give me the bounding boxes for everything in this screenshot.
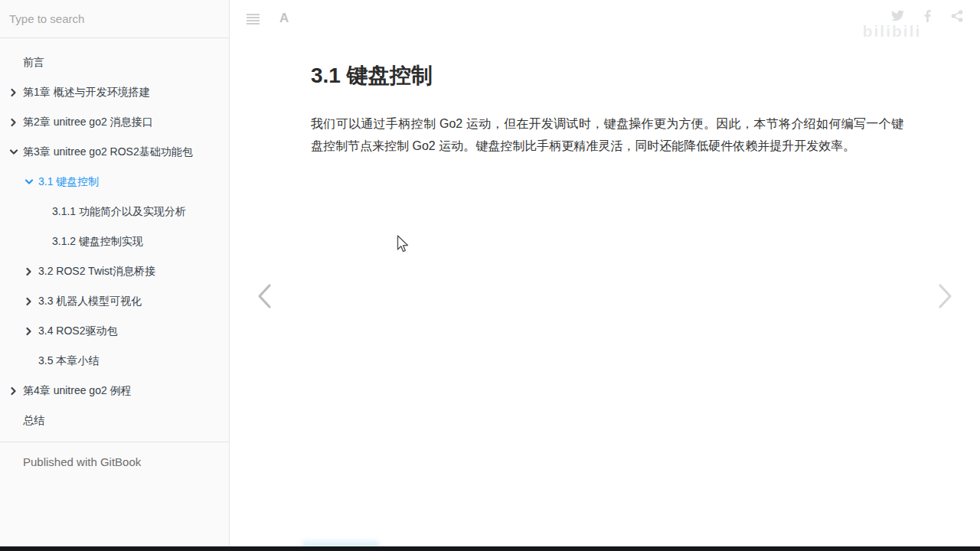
gitbook-page: 前言第1章 概述与开发环境搭建第2章 unitree go2 消息接口第3章 u… — [0, 0, 980, 551]
sidebar-item-label: 第4章 unitree go2 例程 — [23, 384, 132, 398]
toolbar: A — [230, 0, 980, 38]
sidebar-item[interactable]: 第3章 unitree go2 ROS2基础功能包 — [0, 137, 229, 167]
facebook-icon[interactable] — [924, 10, 931, 22]
sidebar-item[interactable]: 前言 — [0, 47, 229, 77]
sidebar-item[interactable]: 第1章 概述与开发环境搭建 — [0, 77, 229, 107]
sidebar-item[interactable]: 3.5 本章小结 — [0, 346, 229, 376]
sidebar-item[interactable]: 3.4 ROS2驱动包 — [0, 316, 229, 346]
sidebar-item[interactable]: 3.1.2 键盘控制实现 — [0, 227, 229, 256]
sidebar-item-label: 第2章 unitree go2 消息接口 — [23, 116, 153, 129]
sidebar-item-label: 3.5 本章小结 — [38, 354, 99, 368]
sidebar-nav: 前言第1章 概述与开发环境搭建第2章 unitree go2 消息接口第3章 u… — [0, 38, 229, 435]
chevron-down-icon[interactable] — [24, 178, 34, 187]
sidebar-item[interactable]: 3.3 机器人模型可视化 — [0, 286, 229, 316]
sidebar: 前言第1章 概述与开发环境搭建第2章 unitree go2 消息接口第3章 u… — [0, 0, 230, 546]
sidebar-item[interactable]: 3.2 ROS2 Twist消息桥接 — [0, 256, 229, 286]
sidebar-item[interactable]: 第2章 unitree go2 消息接口 — [0, 107, 229, 137]
sidebar-item-label: 第1章 概述与开发环境搭建 — [23, 86, 150, 99]
main-content: A — [230, 0, 980, 546]
sidebar-item-label: 3.3 机器人模型可视化 — [38, 295, 142, 308]
search-box — [0, 0, 229, 38]
sidebar-item-label: 3.1.1 功能简介以及实现分析 — [52, 205, 186, 219]
page-title: 3.1 键盘控制 — [311, 61, 903, 90]
chevron-right-icon[interactable] — [24, 327, 34, 336]
search-input[interactable] — [8, 11, 221, 26]
sidebar-item[interactable]: 3.1.1 功能简介以及实现分析 — [0, 197, 229, 227]
page-body: 3.1 键盘控制 我们可以通过手柄控制 Go2 运动，但在开发调试时，键盘操作更… — [230, 38, 980, 157]
chevron-down-icon[interactable] — [9, 148, 18, 157]
share-icon[interactable] — [951, 10, 963, 22]
chevron-right-icon[interactable] — [24, 297, 34, 306]
previous-page-arrow[interactable] — [256, 283, 273, 312]
sidebar-item-label: 总结 — [23, 414, 44, 428]
sidebar-item[interactable]: 第4章 unitree go2 例程 — [0, 376, 229, 406]
sidebar-item[interactable]: 总结 — [0, 406, 229, 435]
menu-icon[interactable] — [247, 14, 260, 26]
sidebar-item-label: 3.4 ROS2驱动包 — [38, 324, 117, 338]
twitter-icon[interactable] — [891, 10, 904, 22]
video-player-bar — [0, 546, 980, 551]
chevron-right-icon[interactable] — [9, 386, 18, 396]
sidebar-item-label: 3.1.2 键盘控制实现 — [52, 235, 143, 249]
sidebar-item-label: 3.2 ROS2 Twist消息桥接 — [38, 265, 155, 279]
chevron-right-icon[interactable] — [9, 118, 18, 127]
chevron-right-icon[interactable] — [9, 88, 18, 97]
share-buttons — [891, 10, 963, 22]
sidebar-item-label: 第3章 unitree go2 ROS2基础功能包 — [23, 145, 193, 159]
gitbook-credit-link[interactable]: Published with GitBook — [0, 442, 229, 468]
chevron-right-icon[interactable] — [24, 267, 34, 276]
page-paragraph: 我们可以通过手柄控制 Go2 运动，但在开发调试时，键盘操作更为方便。因此，本节… — [311, 112, 903, 157]
next-page-arrow[interactable] — [937, 283, 953, 312]
sidebar-item-label: 前言 — [23, 56, 44, 70]
font-settings-icon[interactable]: A — [279, 11, 289, 24]
sidebar-item[interactable]: 3.1 键盘控制 — [0, 167, 229, 197]
sidebar-item-label: 3.1 键盘控制 — [38, 175, 99, 189]
